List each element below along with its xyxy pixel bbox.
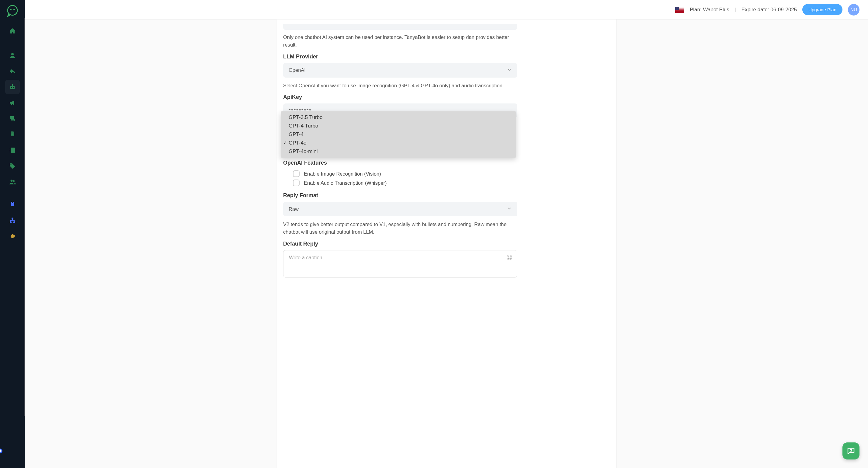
nav-bot[interactable] [5, 80, 20, 94]
svg-point-6 [12, 84, 13, 85]
svg-point-17 [507, 255, 512, 260]
nav-plugin[interactable] [5, 197, 20, 212]
flag-us-icon[interactable] [675, 7, 684, 13]
nav-broadcast[interactable] [5, 95, 20, 110]
llm-provider-label: LLM Provider [283, 54, 517, 60]
apikey-label: ApiKey [283, 94, 517, 100]
svg-point-20 [851, 451, 851, 452]
bot-icon [9, 83, 16, 91]
megaphone-icon [9, 99, 16, 107]
flow-icon [9, 217, 16, 224]
chevron-down-icon [507, 206, 512, 212]
plan-label: Plan: Wabot Plus [690, 7, 729, 13]
svg-point-18 [508, 257, 509, 257]
reply-format-label: Reply Format [283, 192, 517, 199]
help-chat-icon [846, 446, 856, 456]
svg-rect-14 [11, 217, 13, 219]
reply-icon [9, 67, 16, 75]
expire-date-label: Expire date: 06-09-2025 [742, 7, 797, 13]
svg-point-1 [11, 53, 14, 55]
address-book-icon [9, 147, 16, 154]
reply-format-value: Raw [289, 206, 299, 212]
svg-rect-15 [10, 222, 11, 223]
svg-point-11 [11, 164, 11, 165]
svg-rect-2 [10, 86, 14, 89]
chevron-down-icon [507, 67, 512, 73]
home-icon [9, 27, 16, 35]
model-option-gpt35[interactable]: GPT-3.5 Turbo [281, 113, 516, 122]
emoji-icon [506, 254, 513, 261]
default-reply-label: Default Reply [283, 241, 517, 247]
llm-provider-value: OpenAI [289, 67, 306, 73]
nav-chat[interactable] [5, 111, 20, 126]
help-chat-button[interactable] [842, 442, 860, 460]
tags-icon [9, 163, 16, 170]
reply-format-note: V2 tends to give better output compared … [283, 221, 517, 236]
default-reply-textarea[interactable]: Write a caption [283, 250, 517, 277]
nav-export[interactable] [5, 127, 20, 142]
svg-rect-8 [10, 148, 10, 149]
gear-icon [9, 232, 16, 240]
header-separator: | [735, 7, 736, 12]
model-dropdown: GPT-3.5 Turbo GPT-4 Turbo GPT-4 GPT-4o G… [281, 111, 516, 157]
checkbox-whisper[interactable] [293, 179, 300, 186]
llm-provider-select[interactable]: OpenAI [283, 63, 517, 78]
feature-whisper-label: Enable Audio Transcription (Whisper) [304, 180, 386, 186]
emoji-picker-button[interactable] [506, 254, 513, 262]
svg-rect-10 [10, 151, 10, 152]
avatar[interactable]: NU [848, 4, 860, 16]
checkbox-vision[interactable] [293, 170, 300, 177]
nav-team[interactable] [5, 175, 20, 189]
app-logo[interactable] [5, 4, 20, 18]
upgrade-plan-button[interactable]: Upgrade Plan [802, 4, 842, 15]
nav-user[interactable] [5, 48, 20, 63]
nav-settings[interactable] [5, 229, 20, 243]
openai-features-label: OpenAI Features [283, 160, 517, 166]
reply-format-select[interactable]: Raw [283, 202, 517, 216]
svg-point-13 [13, 180, 14, 182]
default-reply-placeholder: Write a caption [289, 255, 322, 260]
sidebar [0, 0, 25, 468]
nav-flow[interactable] [5, 213, 20, 228]
chats-icon [9, 115, 16, 122]
svg-point-3 [11, 87, 12, 88]
svg-rect-7 [11, 148, 15, 153]
sidebar-scrollbar[interactable] [24, 18, 25, 416]
nav-tags[interactable] [5, 159, 20, 173]
settings-form-panel: Only one chatbot AI system can be used p… [276, 20, 617, 468]
chat-logo-icon [5, 4, 20, 18]
svg-point-4 [13, 87, 14, 88]
svg-rect-16 [13, 222, 15, 223]
nav-reply[interactable] [5, 64, 20, 79]
users-icon [9, 178, 16, 186]
svg-point-12 [11, 180, 13, 182]
model-option-gpt4[interactable]: GPT-4 [281, 130, 516, 139]
model-option-gpt4o-mini[interactable]: GPT-4o-mini [281, 147, 516, 156]
previous-field-bottom [283, 24, 517, 30]
model-option-gpt4o[interactable]: GPT-4o [281, 139, 516, 147]
svg-point-19 [510, 257, 510, 257]
file-export-icon [9, 131, 16, 138]
sidebar-indicator-dot [0, 448, 2, 454]
nav-home[interactable] [5, 24, 20, 38]
model-option-gpt4-turbo[interactable]: GPT-4 Turbo [281, 122, 516, 130]
plug-icon [9, 201, 16, 208]
top-header: Plan: Wabot Plus | Expire date: 06-09-20… [25, 0, 868, 20]
svg-point-0 [8, 5, 17, 15]
user-icon [9, 52, 16, 59]
feature-vision-label: Enable Image Recognition (Vision) [304, 171, 381, 177]
chatbot-system-note: Only one chatbot AI system can be used p… [283, 33, 517, 49]
llm-provider-note: Select OpenAI if you want to use image r… [283, 82, 517, 89]
svg-rect-9 [10, 150, 10, 151]
nav-contacts[interactable] [5, 143, 20, 157]
